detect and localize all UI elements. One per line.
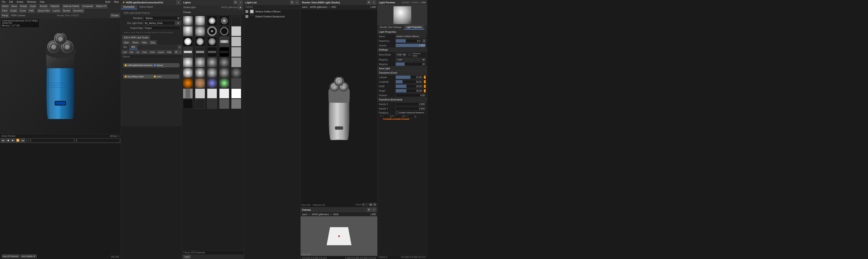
node-shaver[interactable]: Shaver (152, 63, 180, 67)
btn-render[interactable]: Render (39, 4, 49, 8)
light-thumb-32[interactable] (195, 78, 205, 88)
light-thumb-4[interactable] (219, 16, 229, 26)
light-thumb-3[interactable] (207, 16, 217, 26)
menu-build[interactable]: Build (104, 1, 111, 3)
env-light-input[interactable] (144, 21, 175, 25)
btn-cam-type[interactable]: Persp (1, 13, 9, 18)
btn-go-end[interactable]: ⏭ (21, 138, 25, 142)
btn-frame-pause[interactable]: ⏸ (373, 203, 376, 206)
tab-connection[interactable]: Connection (121, 5, 137, 9)
btn-geo-spread[interactable]: Spread (62, 9, 71, 13)
light-thumb-33[interactable] (207, 78, 217, 88)
node-canvas[interactable]: HDRLightStudioConnectionController1 My_M… (121, 59, 182, 126)
btn-composite[interactable]: Composite (81, 4, 94, 8)
mapping-slider[interactable]: 30 (396, 62, 426, 66)
light-vis-toggle-1[interactable] (246, 10, 248, 13)
btn-view[interactable]: View (141, 51, 148, 54)
light-thumb-28[interactable] (207, 68, 217, 78)
light-thumb-11[interactable] (183, 37, 193, 46)
btn-geometry[interactable]: Geometry (72, 9, 84, 13)
light-thumb-42[interactable] (195, 99, 205, 109)
light-thumb-44[interactable] (219, 99, 229, 109)
light-thumb-21[interactable] (183, 57, 193, 67)
light-thumb-31[interactable] (183, 78, 193, 88)
node-cam[interactable]: cam1 (152, 74, 180, 78)
menu-edit[interactable]: Edit (8, 1, 14, 3)
rot-c-input[interactable] (408, 115, 416, 118)
light-vis-toggle-2[interactable] (246, 15, 248, 18)
btn-light-list-close[interactable]: × (295, 0, 299, 4)
light-thumb-23[interactable] (207, 57, 217, 67)
btn-paint[interactable]: Paint (1, 9, 8, 13)
btn-node-close[interactable]: × (178, 45, 182, 49)
width-slider[interactable]: 20.00 (396, 85, 423, 88)
light-thumb-2[interactable] (195, 16, 205, 26)
btn-material-palette[interactable]: Material Palette (62, 4, 80, 8)
btn-edit-node[interactable]: Edit (129, 51, 134, 54)
light-thumb-18[interactable] (207, 47, 217, 57)
btn-show[interactable]: Show (131, 40, 140, 44)
light-thumb-25[interactable] (231, 57, 241, 67)
light-thumb-13[interactable] (207, 37, 217, 46)
renderer-select[interactable]: Mantra (144, 16, 180, 20)
btn-canvas-close[interactable]: × (372, 208, 376, 212)
btn-apply[interactable]: Apply (183, 255, 191, 259)
light-thumb-22[interactable] (195, 57, 205, 67)
light-thumb-26[interactable] (183, 68, 193, 78)
light-thumb-37[interactable] (195, 89, 205, 98)
btn-select[interactable]: Select (1, 4, 9, 8)
render-viewport[interactable]: Move (W) Reflection (B) Frame ▶ ⏸ (301, 9, 377, 207)
btn-go-start[interactable]: ⏮ (1, 138, 5, 142)
project-data-input[interactable] (144, 26, 180, 30)
blend-channel-select[interactable]: Color (396, 58, 426, 61)
btn-play-fwd[interactable]: ⏩ (16, 138, 20, 142)
btn-node-layout[interactable]: Layout (157, 51, 165, 54)
name-input[interactable] (396, 35, 426, 38)
node-editor[interactable]: Obj IFD × Add Edit Go View Tools Layout … (121, 45, 182, 259)
opacity-slider[interactable]: 1.000 (396, 43, 426, 47)
node-mantra-hook[interactable]: My_Mantra_Hook (123, 74, 155, 78)
btn-canvas-opts[interactable]: ⚙ (367, 208, 371, 212)
btn-lights-opts[interactable]: ⚙ (234, 0, 238, 4)
light-thumb-5[interactable] (231, 16, 241, 26)
btn-path[interactable]: Path (28, 9, 35, 13)
latitude-slider[interactable]: 21.05 (396, 75, 423, 79)
btn-rotate[interactable]: Rotate (19, 4, 28, 8)
btn-edit[interactable]: Edit In HDR Light Studio (122, 35, 150, 39)
light-thumb-35[interactable] (231, 78, 241, 88)
light-thumb-41[interactable] (183, 99, 193, 109)
tab-light-properties[interactable]: Light Properties (404, 25, 425, 30)
lights-grid-container[interactable] (182, 15, 244, 251)
rot-a-input[interactable] (383, 115, 392, 118)
btn-light-list-opts[interactable]: ⚙ (290, 0, 294, 4)
btn-play[interactable]: ▶ (11, 138, 15, 142)
tab-ifd[interactable]: IFD (129, 45, 138, 50)
canvas-view[interactable]: Move (W) (301, 216, 377, 256)
btn-sculpt[interactable]: Sculpt (9, 9, 18, 13)
menu-help[interactable]: Help (39, 1, 45, 3)
3d-viewport[interactable]: /out/mantra1/op/trace[-10:137:96][1] 1/6… (0, 18, 121, 134)
light-thumb-39[interactable] (219, 89, 229, 98)
btn-lights-close[interactable]: × (239, 0, 243, 4)
light-thumb-27[interactable] (195, 68, 205, 78)
light-thumb-15[interactable] (231, 37, 241, 46)
handle-y-slider[interactable]: 0.000 (396, 107, 426, 110)
light-thumb-9[interactable] (219, 26, 229, 36)
frame-start-input[interactable] (29, 138, 74, 142)
handle-x-slider[interactable]: 0.000 (396, 102, 426, 106)
btn-start[interactable]: Start (122, 40, 130, 44)
blend-mode-select[interactable]: Over (396, 53, 406, 57)
light-thumb-7[interactable] (195, 26, 205, 36)
light-thumb-19[interactable] (219, 47, 229, 57)
btn-flipbook[interactable]: Flipbook (50, 4, 60, 8)
rotation-slider[interactable]: 0.00 (396, 94, 426, 97)
longitude-slider[interactable]: -63.91 (396, 80, 423, 84)
btn-display-opts[interactable]: Display (110, 13, 120, 18)
btn-key-all-channels[interactable]: Key All Channels (2, 255, 20, 258)
menu-file[interactable]: File (1, 1, 6, 3)
btn-move[interactable]: Move (10, 4, 18, 8)
preserve-alpha-check[interactable] (408, 53, 411, 56)
height-slider[interactable]: 20.00 (396, 89, 423, 93)
frame-input[interactable] (362, 203, 369, 206)
btn-auto-update[interactable]: Auto Update ▼ (20, 255, 36, 258)
